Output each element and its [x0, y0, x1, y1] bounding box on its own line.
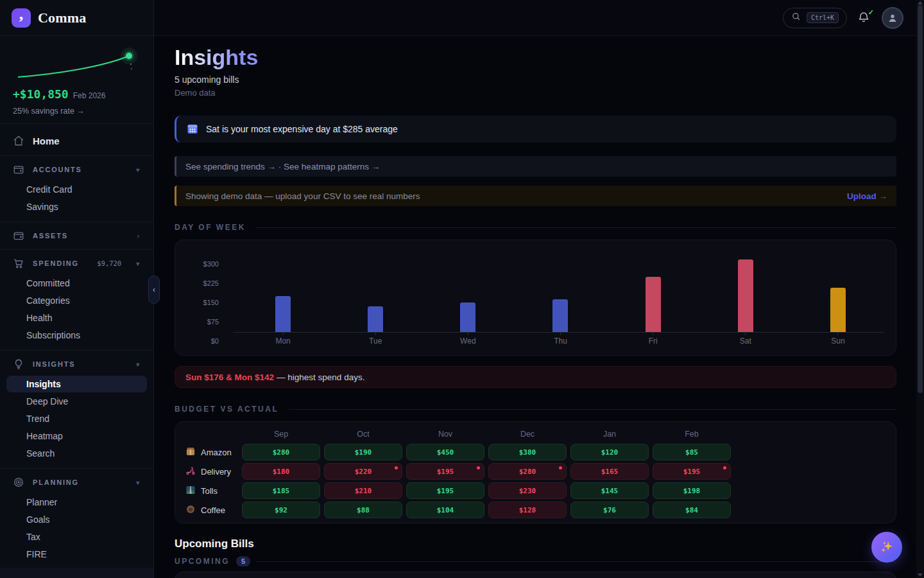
scroll-down-arrow[interactable]: [918, 574, 923, 577]
trend-links-banner[interactable]: See spending trends → · See heatmap patt…: [175, 156, 896, 177]
savings-amount: +$10,850Feb 2026: [13, 87, 141, 101]
row-label-delivery: Delivery: [183, 466, 238, 478]
sidebar-footer: [0, 568, 153, 578]
budget-cell-coffee-dec[interactable]: $128: [488, 502, 567, 518]
budget-cell-amazon-oct[interactable]: $190: [324, 444, 402, 460]
sidebar-item-categories[interactable]: Categories: [6, 292, 147, 309]
wallet-icon: [13, 164, 24, 175]
sidebar-item-heatmap[interactable]: Heatmap: [6, 428, 147, 444]
notifications-button[interactable]: ✓: [857, 11, 871, 25]
y-axis-label: $150: [187, 298, 219, 307]
chart-y-axis: $0$75$150$225$300: [187, 249, 225, 351]
highest-spend-values: Sun $176 & Mon $142: [185, 372, 274, 382]
budget-cell-tolls-jan[interactable]: $145: [570, 482, 649, 499]
avatar[interactable]: [882, 7, 903, 29]
insight-banner[interactable]: Sat is your most expensive day at $285 a…: [175, 116, 896, 143]
app-window: , Comma +$10,850Feb 2026 25% savings rat…: [0, 0, 924, 578]
sidebar-collapse-button[interactable]: ‹: [148, 276, 160, 304]
bar-mon[interactable]: [275, 296, 291, 333]
sidebar-nav: Home ACCOUNTS▾Credit CardSavingsASSETS›S…: [0, 124, 153, 578]
sidebar-item-planner[interactable]: Planner: [6, 494, 147, 511]
budget-cell-amazon-nov[interactable]: $450: [406, 444, 484, 460]
scroll-up-arrow[interactable]: [918, 1, 923, 4]
budget-cell-amazon-sep[interactable]: $280: [242, 444, 320, 460]
bar-thu[interactable]: [552, 299, 568, 333]
section-label: ACCOUNTS: [33, 166, 82, 173]
budget-cell-tolls-feb[interactable]: $198: [653, 482, 731, 499]
sidebar-item-credit-card[interactable]: Credit Card: [6, 181, 147, 198]
x-axis-label: Mon: [275, 335, 290, 347]
budget-cell-coffee-feb[interactable]: $84: [653, 502, 731, 518]
chevron-down-icon: ▾: [136, 361, 141, 368]
column-header-feb: Feb: [653, 427, 731, 441]
trend-links-text[interactable]: See spending trends → · See heatmap patt…: [185, 162, 380, 171]
sidebar-item-search[interactable]: Search: [6, 445, 147, 462]
y-axis-label: $225: [187, 279, 219, 288]
bar-wed[interactable]: [460, 302, 475, 333]
row-label-amazon: Amazon: [183, 446, 238, 459]
sparkles-icon: [878, 539, 895, 556]
alert-dot: [477, 466, 480, 469]
budget-cell-delivery-nov[interactable]: $195: [406, 463, 484, 480]
budget-cell-coffee-nov[interactable]: $104: [406, 502, 484, 518]
sidebar-item-goals[interactable]: Goals: [6, 511, 147, 528]
bar-fri[interactable]: [646, 277, 661, 333]
section-label: SPENDING: [33, 259, 79, 267]
check-icon: ✓: [868, 8, 874, 17]
divider: [0, 468, 153, 469]
sidebar-section-spending[interactable]: SPENDING$9,720▾: [6, 253, 147, 274]
scrollbar-thumb[interactable]: [918, 5, 923, 393]
budget-cell-delivery-sep[interactable]: $180: [242, 463, 320, 480]
bar-sun[interactable]: [830, 288, 846, 333]
sidebar-item-deep-dive[interactable]: Deep Dive: [6, 393, 147, 410]
chevron-down-icon: ▾: [136, 479, 141, 486]
sidebar-section-accounts[interactable]: ACCOUNTS▾: [6, 159, 147, 180]
x-axis-label: Sat: [740, 335, 751, 347]
search-input[interactable]: Ctrl+K: [783, 8, 847, 28]
budget-cell-tolls-nov[interactable]: $195: [406, 482, 484, 499]
budget-cell-tolls-sep[interactable]: $185: [242, 482, 320, 499]
budget-vs-actual-table: SepOctNovDecJanFebAmazon$280$190$450$380…: [175, 421, 896, 523]
column-header-nov: Nov: [406, 427, 484, 441]
budget-cell-amazon-feb[interactable]: $85: [653, 444, 731, 460]
bar-tue[interactable]: [368, 306, 383, 333]
chevron-right-icon: ›: [137, 232, 141, 240]
budget-cell-coffee-jan[interactable]: $76: [570, 502, 649, 518]
alert-dot: [559, 466, 562, 469]
savings-rate-link[interactable]: 25% savings rate →: [13, 107, 141, 116]
x-axis-label: Tue: [369, 335, 382, 347]
section-label: ASSETS: [33, 232, 68, 240]
highest-spend-callout: Sun $176 & Mon $142 — highest spend days…: [175, 366, 896, 388]
sidebar-item-trend[interactable]: Trend: [6, 410, 147, 427]
sidebar-item-committed[interactable]: Committed: [6, 275, 147, 292]
sidebar-item-home[interactable]: Home: [6, 129, 147, 152]
sidebar-item-subscriptions[interactable]: Subscriptions: [6, 327, 147, 344]
budget-cell-coffee-sep[interactable]: $92: [242, 502, 320, 518]
upload-link[interactable]: Upload →: [847, 191, 887, 201]
chart-plot: MonTueWedThuFriSatSun: [237, 249, 884, 347]
budget-cell-delivery-jan[interactable]: $165: [570, 463, 649, 480]
sidebar-section-insights[interactable]: INSIGHTS▾: [6, 354, 147, 374]
budget-cell-tolls-oct[interactable]: $210: [324, 482, 402, 499]
budget-cell-amazon-dec[interactable]: $380: [488, 444, 567, 460]
budget-cell-coffee-oct[interactable]: $88: [324, 502, 402, 518]
budget-cell-delivery-oct[interactable]: $220: [324, 463, 402, 480]
budget-cell-delivery-dec[interactable]: $280: [488, 463, 567, 480]
bar-sat[interactable]: [738, 259, 753, 333]
brand[interactable]: , Comma: [0, 0, 153, 36]
search-shortcut: Ctrl+K: [807, 12, 839, 23]
scrollbar[interactable]: [916, 0, 924, 578]
sidebar-item-fire[interactable]: FIRE: [6, 546, 147, 563]
budget-cell-amazon-jan[interactable]: $120: [570, 444, 649, 460]
sidebar-item-insights[interactable]: Insights: [6, 376, 147, 392]
sidebar-section-planning[interactable]: PLANNING▾: [6, 472, 147, 493]
sidebar-item-health[interactable]: Health: [6, 310, 147, 326]
column-header-jan: Jan: [570, 427, 649, 441]
sidebar-item-savings[interactable]: Savings: [6, 198, 147, 215]
budget-cell-delivery-feb[interactable]: $195: [653, 463, 731, 480]
divider: [0, 249, 153, 250]
ai-assistant-button[interactable]: [871, 532, 902, 563]
budget-cell-tolls-dec[interactable]: $230: [488, 482, 567, 499]
sidebar-item-tax[interactable]: Tax: [6, 529, 147, 545]
sidebar-section-assets[interactable]: ASSETS›: [6, 225, 147, 246]
